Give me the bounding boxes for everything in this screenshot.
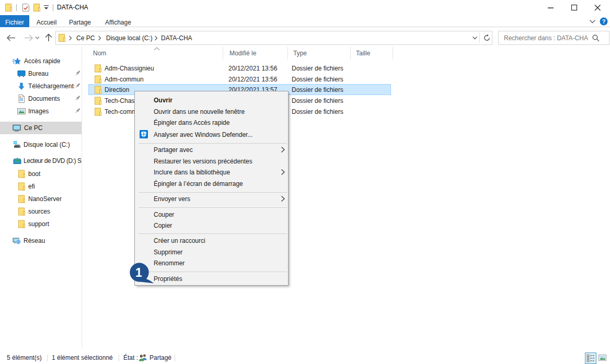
svg-text:1: 1 <box>135 266 142 279</box>
svg-text:?: ? <box>602 18 606 25</box>
